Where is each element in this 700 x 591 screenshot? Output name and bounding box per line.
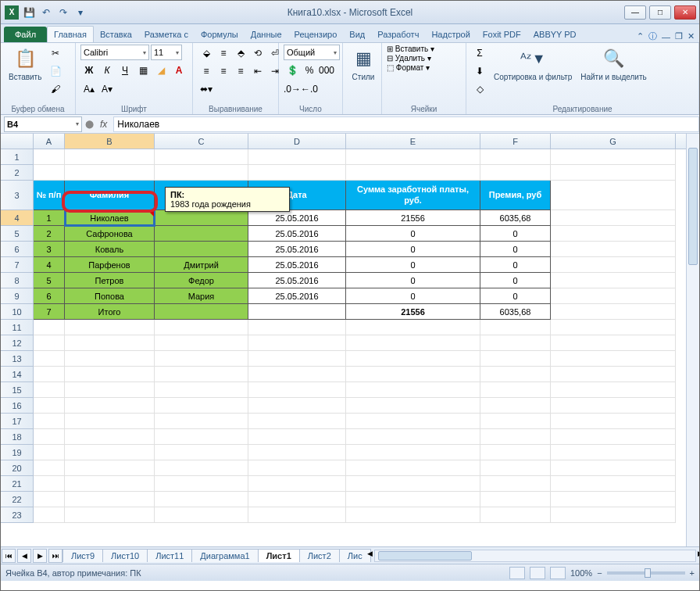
cell[interactable] xyxy=(480,476,551,492)
view-layout-icon[interactable] xyxy=(530,567,545,579)
col-header-f[interactable]: F xyxy=(480,134,551,149)
cell[interactable] xyxy=(248,165,346,181)
font-color-button[interactable]: А xyxy=(170,62,188,79)
row-header[interactable]: 13 xyxy=(1,351,34,367)
row-header[interactable]: 18 xyxy=(1,429,34,445)
row-header[interactable]: 22 xyxy=(1,492,34,507)
cell[interactable] xyxy=(551,445,676,460)
cell[interactable] xyxy=(346,320,480,335)
zoom-out-icon[interactable]: − xyxy=(597,568,602,578)
tab-abbyy[interactable]: ABBYY PD xyxy=(527,27,583,42)
zoom-thumb[interactable] xyxy=(645,568,651,578)
selected-cell[interactable]: Николаев xyxy=(65,210,155,226)
row-header[interactable]: 12 xyxy=(1,335,34,351)
row-header[interactable]: 3 xyxy=(1,181,34,210)
sheet-tab[interactable]: Лис xyxy=(339,549,371,562)
row-header[interactable]: 5 xyxy=(1,226,34,242)
cell[interactable] xyxy=(551,288,676,304)
minimize-ribbon-icon[interactable]: ⌃ xyxy=(637,31,644,41)
cell[interactable] xyxy=(34,351,65,367)
cell[interactable] xyxy=(346,507,480,523)
cell[interactable] xyxy=(34,165,65,181)
tab-file[interactable]: Файл xyxy=(4,27,47,42)
cell[interactable] xyxy=(34,149,65,165)
cell[interactable] xyxy=(551,304,676,320)
cell[interactable] xyxy=(480,507,551,523)
col-header-g[interactable]: G xyxy=(551,134,676,149)
minimize-button[interactable]: — xyxy=(624,5,646,20)
cell[interactable] xyxy=(34,414,65,429)
zoom-level[interactable]: 100% xyxy=(570,568,592,578)
cell[interactable]: 4 xyxy=(34,257,65,273)
cell[interactable] xyxy=(248,320,346,335)
cell[interactable] xyxy=(248,492,346,507)
cell[interactable] xyxy=(65,476,155,492)
cell[interactable] xyxy=(65,460,155,476)
redo-icon[interactable]: ↷ xyxy=(55,5,71,20)
vertical-scrollbar[interactable] xyxy=(686,134,699,546)
name-box[interactable]: B4▾ xyxy=(4,116,82,132)
cell[interactable] xyxy=(551,257,676,273)
merge-button[interactable]: ⬌▾ xyxy=(198,81,215,98)
row-header[interactable]: 16 xyxy=(1,398,34,414)
cells-insert-button[interactable]: ⊞ Вставить ▾ xyxy=(387,45,434,53)
cell[interactable] xyxy=(248,382,346,398)
cell[interactable] xyxy=(34,460,65,476)
cells-delete-button[interactable]: ⊟ Удалить ▾ xyxy=(387,54,431,63)
cell[interactable] xyxy=(248,149,346,165)
cell[interactable]: 25.05.2016 xyxy=(248,257,346,273)
fx-icon[interactable]: fx xyxy=(94,119,113,130)
tab-insert[interactable]: Вставка xyxy=(94,27,138,42)
qat-dropdown-icon[interactable]: ▾ xyxy=(73,5,88,20)
cell[interactable] xyxy=(551,210,676,226)
cell[interactable] xyxy=(155,476,248,492)
autosum-icon[interactable]: Σ xyxy=(471,45,488,62)
tab-addins[interactable]: Надстрой xyxy=(425,27,476,42)
cell[interactable] xyxy=(551,382,676,398)
cell[interactable] xyxy=(480,367,551,382)
decrease-decimal-icon[interactable]: ←.0 xyxy=(301,81,318,98)
cell[interactable] xyxy=(480,398,551,414)
fill-icon[interactable]: ⬇ xyxy=(471,63,488,80)
undo-icon[interactable]: ↶ xyxy=(38,5,54,20)
horizontal-scrollbar[interactable]: ◀ ▶ xyxy=(374,550,696,562)
cell[interactable]: 0 xyxy=(480,242,551,257)
cell[interactable] xyxy=(155,460,248,476)
cell[interactable] xyxy=(65,507,155,523)
font-size-combo[interactable]: 11▾ xyxy=(151,45,182,60)
scrollbar-thumb[interactable] xyxy=(378,551,472,561)
cell[interactable]: 21556 xyxy=(346,210,480,226)
align-top-icon[interactable]: ⬙ xyxy=(198,45,215,62)
decrease-indent-icon[interactable]: ⇤ xyxy=(249,63,266,80)
cell[interactable] xyxy=(551,429,676,445)
sheet-tab-active[interactable]: Лист1 xyxy=(258,549,300,562)
cell[interactable]: 21556 xyxy=(346,304,480,320)
cell[interactable] xyxy=(346,382,480,398)
shrink-font-icon[interactable]: A▾ xyxy=(98,81,116,98)
cut-icon[interactable]: ✂ xyxy=(47,45,64,62)
cell[interactable]: 6035,68 xyxy=(480,304,551,320)
row-header[interactable]: 15 xyxy=(1,382,34,398)
sheet-tab[interactable]: Диаграмма1 xyxy=(191,549,258,562)
cell[interactable]: Парфенов xyxy=(65,257,155,273)
cell[interactable]: 25.05.2016 xyxy=(248,226,346,242)
clear-icon[interactable]: ◇ xyxy=(471,81,488,98)
paste-button[interactable]: 📋 Вставить xyxy=(5,45,45,83)
cell[interactable] xyxy=(155,507,248,523)
percent-icon[interactable]: % xyxy=(301,62,318,79)
row-header[interactable]: 14 xyxy=(1,367,34,382)
sheet-nav-first-icon[interactable]: ⏮ xyxy=(2,549,16,563)
row-header[interactable]: 2 xyxy=(1,165,34,181)
cell[interactable] xyxy=(65,492,155,507)
tab-home[interactable]: Главная xyxy=(47,26,94,42)
copy-icon[interactable]: 📄 xyxy=(47,63,64,80)
cell[interactable] xyxy=(551,335,676,351)
tab-view[interactable]: Вид xyxy=(343,27,371,42)
cell[interactable] xyxy=(480,382,551,398)
col-header-e[interactable]: E xyxy=(346,134,480,149)
align-bottom-icon[interactable]: ⬘ xyxy=(232,45,249,62)
cell[interactable]: 0 xyxy=(480,273,551,288)
cell[interactable] xyxy=(480,492,551,507)
align-center-icon[interactable]: ≡ xyxy=(215,63,232,80)
cell[interactable] xyxy=(551,351,676,367)
